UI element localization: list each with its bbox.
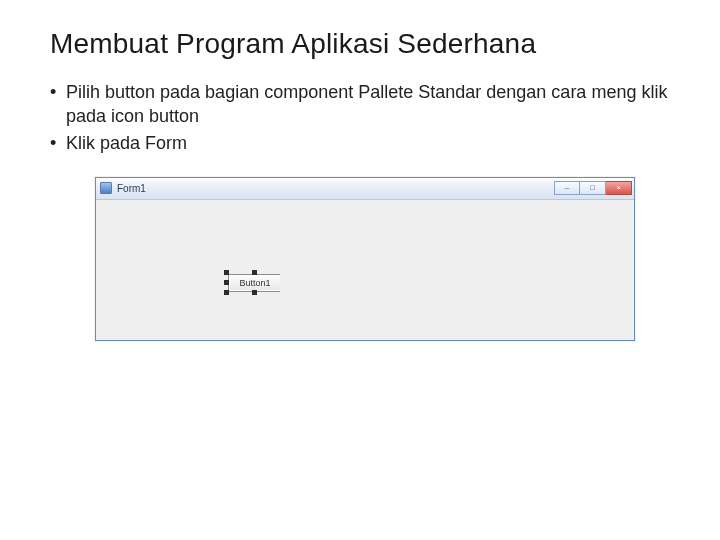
form-window: Form1 – □ × Button1	[95, 177, 635, 341]
minimize-button[interactable]: –	[554, 181, 580, 195]
slide-title: Membuat Program Aplikasi Sederhana	[50, 28, 680, 60]
window-title: Form1	[117, 183, 146, 194]
selection-handle-icon[interactable]	[280, 290, 285, 295]
screenshot-figure: Form1 – □ × Button1	[95, 177, 635, 341]
form-designer-surface[interactable]: Button1	[96, 200, 634, 340]
window-buttons: – □ ×	[554, 181, 632, 195]
titlebar[interactable]: Form1 – □ ×	[96, 178, 634, 200]
app-icon	[100, 182, 112, 194]
selection-handle-icon[interactable]	[224, 280, 229, 285]
selection-handle-icon[interactable]	[280, 270, 285, 275]
selection-handle-icon[interactable]	[252, 270, 257, 275]
bullet-list: Pilih button pada bagian component Palle…	[50, 80, 680, 155]
selection-handle-icon[interactable]	[280, 280, 285, 285]
selection-handle-icon[interactable]	[252, 290, 257, 295]
bullet-item: Klik pada Form	[50, 131, 680, 155]
maximize-button[interactable]: □	[580, 181, 606, 195]
close-button[interactable]: ×	[606, 181, 632, 195]
bullet-item: Pilih button pada bagian component Palle…	[50, 80, 680, 129]
selection-handle-icon[interactable]	[224, 270, 229, 275]
selection-handle-icon[interactable]	[224, 290, 229, 295]
